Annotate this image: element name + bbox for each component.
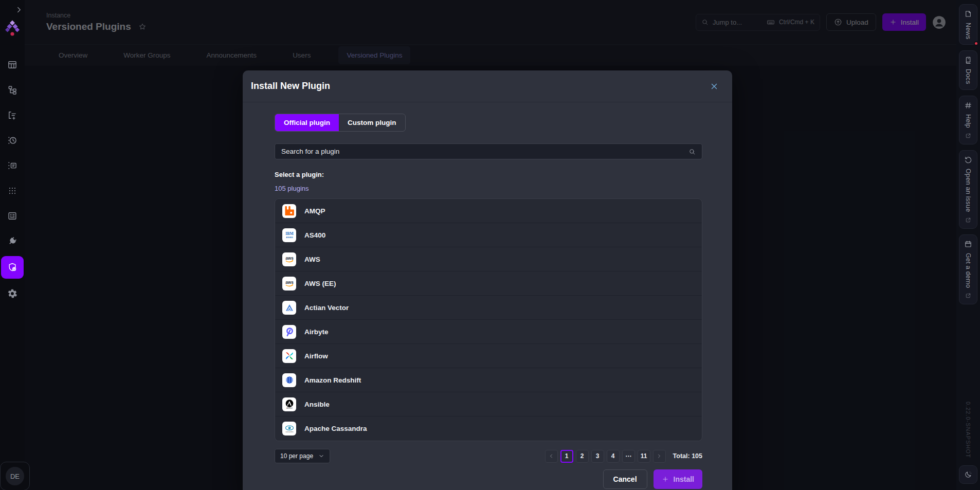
page-button-[interactable]: ⋯ (622, 450, 635, 463)
plugin-row-aws[interactable]: awsAWS (275, 247, 702, 271)
plugin-row-actian-vector[interactable]: Actian Vector (275, 296, 702, 320)
plugin-name: AS400 (304, 231, 325, 239)
card-list-icon (7, 211, 17, 221)
tab-official-plugin[interactable]: Official plugin (275, 114, 339, 131)
demo-icon (964, 240, 972, 248)
plugin-search-input[interactable] (281, 148, 688, 155)
docs-icon (964, 56, 972, 64)
rail-button-label: Docs (965, 69, 972, 84)
rail-button-get-a-demo[interactable]: Get a demo (959, 234, 977, 304)
plugin-row-airflow[interactable]: Airflow (275, 344, 702, 368)
dots-grid-icon (7, 186, 17, 196)
redshift-logo (282, 373, 296, 387)
sidebar-item-plugins[interactable] (2, 231, 23, 251)
plugin-name: Airflow (304, 352, 328, 360)
page-button-11[interactable]: 11 (638, 450, 650, 463)
plugin-name: Apache Cassandra (304, 425, 367, 432)
sidebar-item-tests[interactable] (2, 155, 23, 176)
plugin-count: 105 plugins (275, 185, 702, 192)
issue-icon (964, 156, 972, 164)
airflow-logo (282, 349, 296, 363)
plugin-name: Ansible (304, 401, 330, 408)
per-page-select[interactable]: 10 per page (275, 449, 330, 463)
rail-button-docs[interactable]: Docs (959, 50, 977, 90)
environment-box: DE (0, 462, 30, 490)
total-count: Total: 105 (673, 452, 702, 460)
rail-button-label: News (965, 23, 972, 39)
external-link-icon (965, 217, 971, 223)
plugin-name: Actian Vector (304, 304, 349, 312)
plug-icon (7, 236, 17, 246)
version-label: 0.22.0-SNAPSHOT (965, 402, 971, 458)
svg-text:cassandra: cassandra (285, 431, 293, 433)
plugin-row-aws-ee[interactable]: awsAWS (EE) (275, 271, 702, 296)
plugin-name: AWS (EE) (304, 280, 336, 287)
svg-text:ANSIBLE: ANSIBLE (286, 407, 293, 409)
page-button-4[interactable]: 4 (607, 450, 620, 463)
plus-icon (662, 476, 669, 483)
plugin-row-as400[interactable]: IBMAS/400AS400 (275, 223, 702, 247)
plugin-name: AMQP (304, 207, 325, 215)
sidebar-expand-icon[interactable] (14, 5, 24, 14)
sidebar-item-settings[interactable] (2, 283, 23, 304)
plugin-row-amazon-redshift[interactable]: Amazon Redshift (275, 368, 702, 392)
page-button-2[interactable]: 2 (576, 450, 589, 463)
aws-logo: aws (282, 277, 296, 291)
plugin-list: AMQPIBMAS/400AS400awsAWSawsAWS (EE)Actia… (275, 198, 702, 441)
sidebar-item-apps[interactable] (2, 180, 23, 201)
select-plugin-label: Select a plugin: (275, 171, 702, 178)
svg-text:IBM: IBM (285, 231, 294, 236)
slack-icon (964, 101, 972, 110)
ansible-logo: ANSIBLE (282, 397, 296, 411)
kestra-logo[interactable] (5, 20, 20, 38)
sidebar-item-administration[interactable] (1, 256, 24, 279)
grid-icon (7, 60, 17, 70)
pagination: 10 per page 1234⋯11 Total: 105 (275, 449, 702, 463)
gear-icon (7, 288, 17, 299)
rail-button-news[interactable]: News (959, 4, 977, 45)
plugin-type-tabs: Official plugin Custom plugin (275, 114, 406, 132)
chevron-left-icon (548, 453, 554, 459)
sidebar-item-flows[interactable] (2, 80, 23, 100)
plugin-row-amqp[interactable]: AMQP (275, 199, 702, 223)
plugin-search-box[interactable] (275, 143, 702, 159)
install-plugin-modal: Install New Plugin Official plugin Custo… (243, 70, 732, 490)
tab-custom-plugin[interactable]: Custom plugin (339, 114, 405, 131)
page-button-1[interactable]: 1 (560, 450, 573, 463)
hierarchy-icon (7, 85, 17, 95)
right-sidebar: NewsDocsHelpOpen an issueGet a demo 0.22… (956, 0, 980, 490)
svg-text:AS/400: AS/400 (286, 236, 293, 239)
plugin-row-airbyte[interactable]: Airbyte (275, 320, 702, 344)
page-button-3[interactable]: 3 (591, 450, 604, 463)
search-icon (688, 148, 696, 155)
sidebar-item-dashboard[interactable] (2, 55, 23, 75)
shield-account-icon (7, 262, 17, 273)
theme-toggle-button[interactable] (959, 465, 977, 484)
modal-header: Install New Plugin (243, 70, 732, 102)
rail-button-label: Help (965, 114, 972, 128)
environment-badge: DE (6, 467, 24, 485)
cancel-button[interactable]: Cancel (603, 469, 647, 489)
sidebar-item-blueprints[interactable] (2, 206, 23, 226)
prev-page-button[interactable] (545, 450, 558, 463)
left-sidebar: DE (0, 0, 25, 490)
plugin-row-apache-cassandra[interactable]: cassandraApache Cassandra (275, 416, 702, 441)
cassandra-logo: cassandra (282, 422, 296, 435)
rail-button-open-an-issue[interactable]: Open an issue (959, 150, 977, 229)
sidebar-item-logs[interactable] (2, 130, 23, 151)
news-icon (964, 10, 972, 18)
next-page-button[interactable] (653, 450, 666, 463)
moon-icon (964, 470, 972, 479)
external-link-icon (965, 133, 971, 139)
timeline-list-icon (7, 160, 17, 171)
plugin-row-ansible[interactable]: ANSIBLEAnsible (275, 392, 702, 416)
sidebar-item-executions[interactable] (2, 105, 23, 125)
plugin-name: Airbyte (304, 328, 329, 336)
list-plus-icon (7, 110, 17, 120)
ibm-as400-logo: IBMAS/400 (282, 228, 296, 242)
install-button-footer[interactable]: Install (654, 469, 702, 489)
rail-button-help[interactable]: Help (959, 96, 977, 144)
close-icon[interactable] (710, 82, 719, 91)
notification-dot (974, 41, 978, 46)
plugin-name: Amazon Redshift (304, 376, 361, 384)
